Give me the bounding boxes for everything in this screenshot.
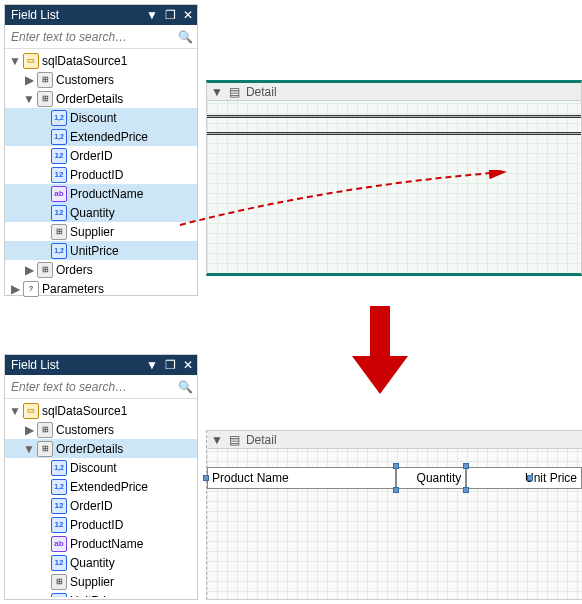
field-tree: ▼ ▭ sqlDataSource1 ▶ ⊞ Customers ▼ ⊞ Ord… xyxy=(5,49,197,300)
search-icon: 🔍 xyxy=(173,25,197,48)
panel-title: Field List xyxy=(11,358,143,372)
section-label: Detail xyxy=(246,433,277,447)
search-input[interactable] xyxy=(5,25,173,48)
tree-field-quantity[interactable]: 12 Quantity xyxy=(5,553,197,572)
chevron-right-icon[interactable]: ▶ xyxy=(23,424,35,436)
design-surface-top[interactable]: ▼ ▤ Detail xyxy=(206,80,582,276)
section-icon: ▤ xyxy=(229,433,240,447)
section-expand-icon[interactable]: ▼ xyxy=(211,433,223,447)
node-label: Customers xyxy=(56,423,114,437)
tree-field-extendedprice[interactable]: 1,2 ExtendedPrice xyxy=(5,477,197,496)
tree-table-orderdetails[interactable]: ▼ ⊞ OrderDetails xyxy=(5,89,197,108)
selection-handle[interactable] xyxy=(527,475,533,481)
cell-label: Quantity xyxy=(417,471,462,485)
node-label: Supplier xyxy=(70,225,114,239)
node-label: Customers xyxy=(56,73,114,87)
tree-table-orderdetails[interactable]: ▼ ⊞ OrderDetails xyxy=(5,439,197,458)
panel-close-button[interactable]: ✕ xyxy=(179,5,197,25)
node-label: ProductName xyxy=(70,537,143,551)
integer-icon: 12 xyxy=(51,167,67,183)
design-surface-bottom[interactable]: ▼ ▤ Detail Product Name Quantity Unit Pr… xyxy=(206,430,582,600)
tree-field-productid[interactable]: 12 ProductID xyxy=(5,165,197,184)
table-icon: ⊞ xyxy=(51,224,67,240)
tree-field-orderid[interactable]: 12 OrderID xyxy=(5,496,197,515)
close-icon: ✕ xyxy=(183,8,193,22)
panel-menu-button[interactable]: ▼ xyxy=(143,355,161,375)
field-tree: ▼ ▭ sqlDataSource1 ▶ ⊞ Customers ▼ ⊞ Ord… xyxy=(5,399,197,597)
tree-table-customers[interactable]: ▶ ⊞ Customers xyxy=(5,420,197,439)
chevron-right-icon[interactable]: ▶ xyxy=(9,283,21,295)
tree-field-productid[interactable]: 12 ProductID xyxy=(5,515,197,534)
chevron-down-icon[interactable]: ▼ xyxy=(9,55,21,67)
chevron-right-icon[interactable]: ▶ xyxy=(23,74,35,86)
selection-handle[interactable] xyxy=(463,463,469,469)
parameter-icon: ? xyxy=(23,281,39,297)
node-label: ExtendedPrice xyxy=(70,130,148,144)
decimal-icon: 1,2 xyxy=(51,129,67,145)
search-input[interactable] xyxy=(5,375,173,398)
database-icon: ▭ xyxy=(23,403,39,419)
section-expand-icon[interactable]: ▼ xyxy=(211,85,223,99)
chevron-down-icon[interactable]: ▼ xyxy=(9,405,21,417)
field-list-panel-bottom: Field List ▼ ❐ ✕ 🔍 ▼ ▭ sqlDataSource1 ▶ … xyxy=(4,354,198,600)
tree-field-productname[interactable]: ab ProductName xyxy=(5,184,197,203)
tree-parameters[interactable]: ▶ ? Parameters xyxy=(5,279,197,298)
panel-dock-button[interactable]: ❐ xyxy=(161,355,179,375)
node-label: ProductName xyxy=(70,187,143,201)
selection-handle[interactable] xyxy=(463,487,469,493)
table-icon: ⊞ xyxy=(37,422,53,438)
tree-field-productname[interactable]: ab ProductName xyxy=(5,534,197,553)
search-box: 🔍 xyxy=(5,375,197,399)
node-label: OrderDetails xyxy=(56,92,123,106)
chevron-down-icon[interactable]: ▼ xyxy=(23,93,35,105)
cell-label: Product Name xyxy=(212,471,289,485)
node-label: ExtendedPrice xyxy=(70,480,148,494)
detail-band-header[interactable]: ▼ ▤ Detail xyxy=(207,83,581,101)
node-label: Discount xyxy=(70,111,117,125)
node-label: Parameters xyxy=(42,282,104,296)
selection-handle[interactable] xyxy=(393,487,399,493)
tree-field-extendedprice[interactable]: 1,2 ExtendedPrice xyxy=(5,127,197,146)
panel-close-button[interactable]: ✕ xyxy=(179,355,197,375)
section-label: Detail xyxy=(246,85,277,99)
tree-field-discount[interactable]: 1,2 Discount xyxy=(5,458,197,477)
tree-field-quantity[interactable]: 12 Quantity xyxy=(5,203,197,222)
panel-title: Field List xyxy=(11,8,143,22)
detail-band-header[interactable]: ▼ ▤ Detail xyxy=(207,431,582,449)
decimal-icon: 1,2 xyxy=(51,479,67,495)
table-cell-productname[interactable]: Product Name xyxy=(207,467,396,489)
selection-handle[interactable] xyxy=(203,475,209,481)
node-label: Orders xyxy=(56,263,93,277)
panel-header: Field List ▼ ❐ ✕ xyxy=(5,5,197,25)
tree-field-unitprice[interactable]: 1,2 UnitPrice xyxy=(5,241,197,260)
panel-dock-button[interactable]: ❐ xyxy=(161,5,179,25)
tree-datasource[interactable]: ▼ ▭ sqlDataSource1 xyxy=(5,401,197,420)
tree-field-supplier[interactable]: ⊞ Supplier xyxy=(5,222,197,241)
table-cell-unitprice[interactable]: Unit Price xyxy=(466,467,582,489)
node-label: sqlDataSource1 xyxy=(42,404,127,418)
node-label: ProductID xyxy=(70,168,123,182)
tree-field-discount[interactable]: 1,2 Discount xyxy=(5,108,197,127)
search-box: 🔍 xyxy=(5,25,197,49)
chevron-down-icon[interactable]: ▼ xyxy=(23,443,35,455)
integer-icon: 12 xyxy=(51,498,67,514)
search-icon: 🔍 xyxy=(173,375,197,398)
chevron-right-icon[interactable]: ▶ xyxy=(23,264,35,276)
tree-field-orderid[interactable]: 12 OrderID xyxy=(5,146,197,165)
table-icon: ⊞ xyxy=(37,262,53,278)
tree-table-orders[interactable]: ▶ ⊞ Orders xyxy=(5,260,197,279)
integer-icon: 12 xyxy=(51,517,67,533)
integer-icon: 12 xyxy=(51,555,67,571)
node-label: Discount xyxy=(70,461,117,475)
tree-datasource[interactable]: ▼ ▭ sqlDataSource1 xyxy=(5,51,197,70)
panel-menu-button[interactable]: ▼ xyxy=(143,5,161,25)
tree-field-unitprice[interactable]: 1,2 UnitPrice xyxy=(5,591,197,597)
selection-handle[interactable] xyxy=(393,463,399,469)
window-icon: ❐ xyxy=(165,358,176,372)
tree-field-supplier[interactable]: ⊞ Supplier xyxy=(5,572,197,591)
tree-table-customers[interactable]: ▶ ⊞ Customers xyxy=(5,70,197,89)
window-icon: ❐ xyxy=(165,8,176,22)
report-table[interactable]: Product Name Quantity Unit Price xyxy=(207,467,582,489)
table-cell-quantity[interactable]: Quantity xyxy=(396,467,466,489)
table-icon: ⊞ xyxy=(51,574,67,590)
